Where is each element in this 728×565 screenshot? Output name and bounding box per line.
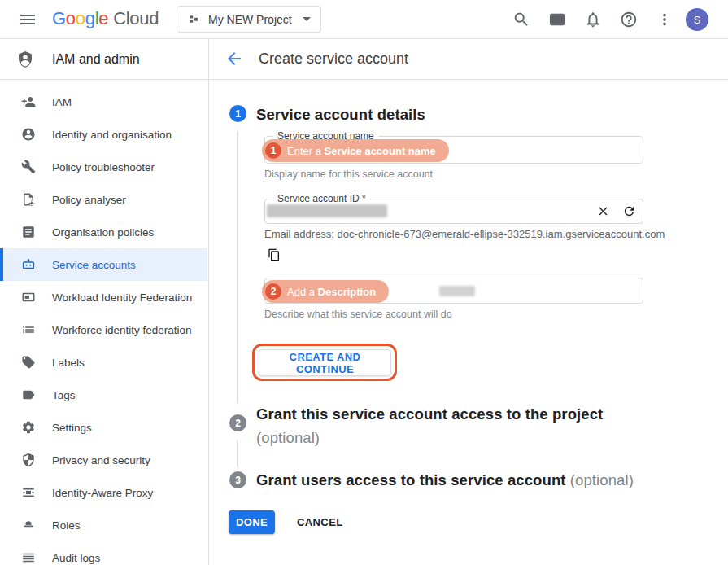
step2-number: 2	[229, 414, 246, 431]
google-logo-word: Google	[52, 8, 108, 29]
cloud-logo-word: Cloud	[113, 8, 159, 29]
avatar[interactable]: S	[686, 8, 708, 31]
shield-person-icon	[15, 50, 35, 69]
sidebar-item-iam[interactable]: IAM	[0, 85, 207, 118]
sidebar-item-audit-logs[interactable]: Audit logs	[0, 541, 207, 565]
more-vert-icon[interactable]	[654, 9, 675, 30]
back-button[interactable]	[225, 49, 244, 68]
annotation-1-badge: 1	[265, 142, 281, 159]
shield-icon	[21, 453, 36, 467]
annotation-1-text: Enter a Service account name	[287, 145, 436, 157]
step1-title: Service account details	[256, 106, 425, 124]
step1-number: 1	[229, 105, 246, 122]
copy-icon[interactable]	[268, 248, 281, 261]
sidebar-nav: IAM Identity and organisation Policy tro…	[0, 85, 207, 565]
gear-icon	[21, 420, 36, 435]
sidebar-item-policy-troubleshooter[interactable]: Policy troubleshooter	[0, 151, 207, 183]
done-button[interactable]: DONE	[229, 510, 275, 534]
arrow-back-icon	[225, 49, 244, 68]
log-lines-icon	[21, 550, 36, 565]
sidebar-header: IAM and admin	[0, 39, 208, 79]
account-circle-icon	[21, 127, 36, 142]
annotation-2-text: Add a Description	[287, 286, 376, 298]
person-add-icon	[21, 94, 36, 109]
redacted-id-value	[267, 204, 387, 217]
project-icon	[187, 12, 201, 26]
sidebar-item-labels[interactable]: Labels	[0, 346, 207, 379]
sidebar-item-policy-analyser[interactable]: Policy analyser	[0, 183, 207, 216]
step2-title: Grant this service account access to the…	[256, 402, 630, 449]
google-cloud-logo[interactable]: Google Cloud	[52, 8, 159, 29]
sidebar-divider	[208, 39, 209, 565]
page-title: Create service account	[259, 50, 408, 68]
service-account-email: doc-chronicle-673@emerald-ellipse-332519…	[338, 228, 665, 240]
search-icon[interactable]	[511, 9, 532, 30]
sidebar-item-workload-identity-federation[interactable]: Workload Identity Federation	[0, 281, 207, 313]
annotation-1-pill: 1 Enter a Service account name	[262, 139, 449, 162]
sidebar-item-settings[interactable]: Settings	[0, 411, 207, 444]
description-helper-text: Describe what this service account will …	[264, 309, 452, 320]
project-name: My NEW Project	[208, 13, 292, 26]
step3-title: Grant users access to this service accou…	[256, 471, 679, 489]
stepper-connector-2	[237, 440, 238, 466]
sidebar-item-roles[interactable]: Roles	[0, 509, 207, 541]
wrench-icon	[21, 160, 36, 174]
clear-id-icon[interactable]	[596, 204, 610, 218]
name-helper-text: Display name for this service account	[264, 169, 433, 180]
list-icon	[21, 322, 36, 337]
sidebar-item-tags[interactable]: Tags	[0, 379, 207, 411]
top-app-bar: Google Cloud My NEW Project	[0, 0, 728, 39]
sidebar-item-workforce-identity-federation[interactable]: Workforce identity federation	[0, 313, 207, 346]
step3-number: 3	[229, 471, 246, 488]
gcp-console-window: Google Cloud My NEW Project	[0, 0, 728, 565]
header-divider	[0, 79, 728, 80]
help-icon[interactable]	[618, 9, 639, 30]
stepper-connector-1	[237, 132, 238, 403]
sidebar-title: IAM and admin	[52, 52, 140, 67]
step2-optional: (optional)	[256, 426, 630, 449]
tag-icon	[21, 355, 36, 370]
cloud-shell-icon[interactable]	[547, 9, 568, 30]
service-account-id-label: Service account ID *	[273, 193, 370, 204]
sidebar-item-identity-organisation[interactable]: Identity and organisation	[0, 118, 207, 151]
annotation-2-badge: 2	[265, 283, 281, 300]
step3-optional: (optional)	[570, 471, 634, 488]
sidebar-item-service-accounts[interactable]: Service accounts	[0, 248, 207, 281]
sidebar-item-organisation-policies[interactable]: Organisation policies	[0, 216, 207, 248]
sidebar: IAM and admin IAM Identity and organisat…	[0, 39, 208, 565]
badge-card-icon	[21, 290, 36, 304]
document-gear-icon	[21, 192, 36, 207]
sidebar-item-identity-aware-proxy[interactable]: Identity-Aware Proxy	[0, 476, 207, 509]
menu-icon[interactable]	[18, 10, 37, 29]
sidebar-item-privacy-security[interactable]: Privacy and security	[0, 444, 207, 476]
label-arrow-icon	[21, 388, 36, 402]
article-icon	[21, 225, 36, 239]
notifications-icon[interactable]	[582, 9, 604, 30]
regenerate-id-icon[interactable]	[622, 204, 636, 218]
robot-icon	[21, 257, 36, 272]
redacted-description-value	[439, 286, 475, 296]
email-address-line: Email address: doc-chronicle-673@emerald…	[264, 228, 665, 240]
cancel-button[interactable]: CANCEL	[290, 510, 350, 534]
hard-hat-icon	[21, 518, 36, 532]
project-selector[interactable]: My NEW Project	[177, 6, 321, 33]
annotation-2-pill: 2 Add a Description	[262, 280, 389, 303]
chevron-down-icon	[303, 17, 311, 21]
create-and-continue-button[interactable]: CREATE AND CONTINUE	[259, 349, 391, 376]
proxy-layers-icon	[21, 485, 36, 500]
